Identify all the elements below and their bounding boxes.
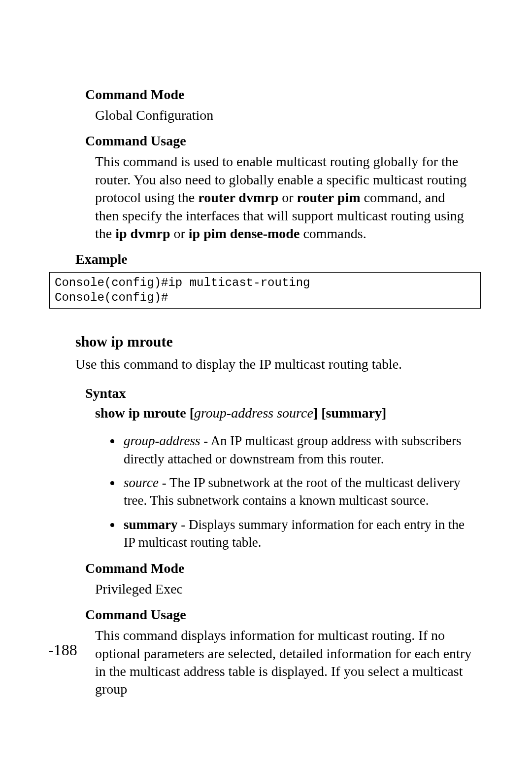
command-usage-heading-2: Command Usage bbox=[85, 607, 482, 623]
usage-bold-4: ip pim dense-mode bbox=[189, 226, 300, 241]
param-term: group-address bbox=[124, 433, 200, 448]
command-usage-heading-1: Command Usage bbox=[85, 133, 482, 149]
usage-bold-2: router pim bbox=[297, 190, 361, 205]
param-sep: - bbox=[178, 517, 189, 532]
syntax-bracket-close-2: ] bbox=[382, 405, 386, 421]
param-term: source bbox=[124, 475, 159, 490]
page-number: -188 bbox=[48, 641, 77, 659]
usage-bold-1: router dvmrp bbox=[198, 190, 278, 205]
syntax-bracket-open-1: [ bbox=[190, 405, 194, 421]
command-mode-text-2: Privileged Exec bbox=[95, 580, 472, 598]
list-item: group-address - An IP multicast group ad… bbox=[122, 432, 477, 468]
param-sep: - bbox=[159, 475, 169, 490]
param-sep: - bbox=[200, 433, 211, 448]
usage-bold-3: ip dvmrp bbox=[115, 226, 170, 241]
usage-mid-3: or bbox=[170, 226, 188, 241]
example-heading: Example bbox=[75, 251, 482, 267]
syntax-heading: Syntax bbox=[85, 386, 482, 401]
command-mode-heading-1: Command Mode bbox=[85, 87, 482, 103]
list-item: summary - Displays summary information f… bbox=[122, 516, 477, 552]
usage-after: commands. bbox=[299, 226, 366, 241]
example-code-block: Console(config)#ip multicast-routing Con… bbox=[49, 272, 481, 309]
syntax-opt: summary bbox=[326, 405, 382, 421]
command-name: show ip mroute bbox=[75, 333, 482, 350]
command-description: Use this command to display the IP multi… bbox=[75, 355, 472, 374]
command-mode-heading-2: Command Mode bbox=[85, 561, 482, 576]
command-usage-text-2: This command displays information for mu… bbox=[95, 627, 472, 699]
usage-mid-1: or bbox=[278, 190, 297, 205]
syntax-args: group-address source bbox=[194, 405, 313, 421]
page-content: Command Mode Global Configuration Comman… bbox=[48, 79, 482, 707]
command-mode-text-1: Global Configuration bbox=[95, 106, 472, 124]
syntax-cmd: show ip mroute bbox=[95, 405, 186, 421]
list-item: source - The IP subnetwork at the root o… bbox=[122, 474, 477, 510]
command-usage-text-1: This command is used to enable multicast… bbox=[95, 153, 472, 243]
syntax-line: show ip mroute [group-address source] [s… bbox=[95, 405, 482, 421]
param-desc: The IP subnetwork at the root of the mul… bbox=[124, 475, 461, 508]
param-term: summary bbox=[124, 517, 178, 532]
parameter-list: group-address - An IP multicast group ad… bbox=[110, 432, 477, 552]
syntax-bracket-close-1: ] bbox=[313, 405, 318, 421]
